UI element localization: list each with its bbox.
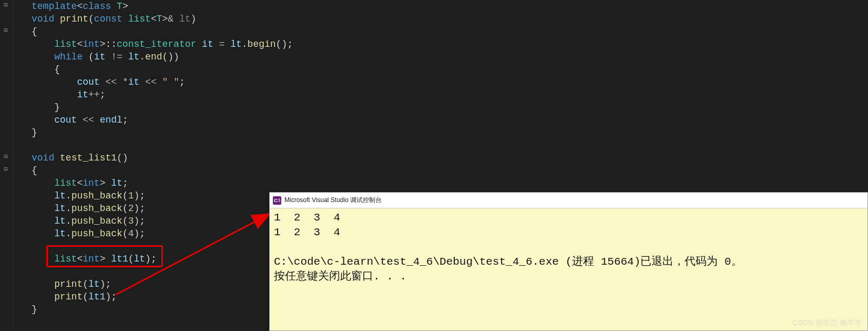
console-output[interactable]: 1 2 3 4 1 2 3 4 C:\code\c-learn\test_4_6… (270, 208, 867, 286)
console-line: 1 2 3 4 (274, 212, 340, 224)
vs-icon: C:\ (273, 196, 281, 205)
console-title: Microsoft Visual Studio 调试控制台 (284, 196, 382, 205)
console-line: 1 2 3 4 (274, 226, 340, 238)
editor-gutter: ⊟ ⊟ ⊟ ⊟ (0, 0, 14, 331)
code-line[interactable]: cout << *it << " "; (14, 76, 868, 88)
fold-indicator[interactable]: ⊟ (1, 1, 11, 9)
code-line[interactable]: template<class T> (14, 0, 868, 13)
code-line[interactable]: it++; (14, 88, 868, 101)
console-line: C:\code\c-learn\test_4_6\Debug\test_4_6.… (274, 256, 742, 268)
watermark: CSDN @暗恋 懒羊羊 (792, 318, 862, 328)
code-line[interactable]: void print(const list<T>& lt) (14, 13, 868, 25)
code-line[interactable]: void test_list1() (14, 152, 868, 164)
code-line[interactable]: while (it != lt.end()) (14, 51, 868, 63)
console-titlebar[interactable]: C:\ Microsoft Visual Studio 调试控制台 (270, 193, 867, 208)
fold-indicator[interactable]: ⊟ (1, 153, 11, 161)
code-line[interactable]: { (14, 25, 868, 38)
code-line[interactable]: { (14, 63, 868, 76)
code-line[interactable]: list<int> lt; (14, 177, 868, 189)
code-line[interactable] (14, 139, 868, 152)
code-line[interactable]: cout << endl; (14, 114, 868, 126)
code-line[interactable]: } (14, 126, 868, 139)
debug-console-window[interactable]: C:\ Microsoft Visual Studio 调试控制台 1 2 3 … (269, 192, 868, 331)
fold-indicator[interactable]: ⊟ (1, 26, 11, 34)
console-line: 按任意键关闭此窗口. . . (274, 270, 406, 283)
fold-indicator[interactable]: ⊟ (1, 165, 11, 173)
code-line[interactable]: list<int>::const_iterator it = lt.begin(… (14, 38, 868, 51)
code-line[interactable]: { (14, 164, 868, 177)
code-line[interactable]: } (14, 101, 868, 114)
